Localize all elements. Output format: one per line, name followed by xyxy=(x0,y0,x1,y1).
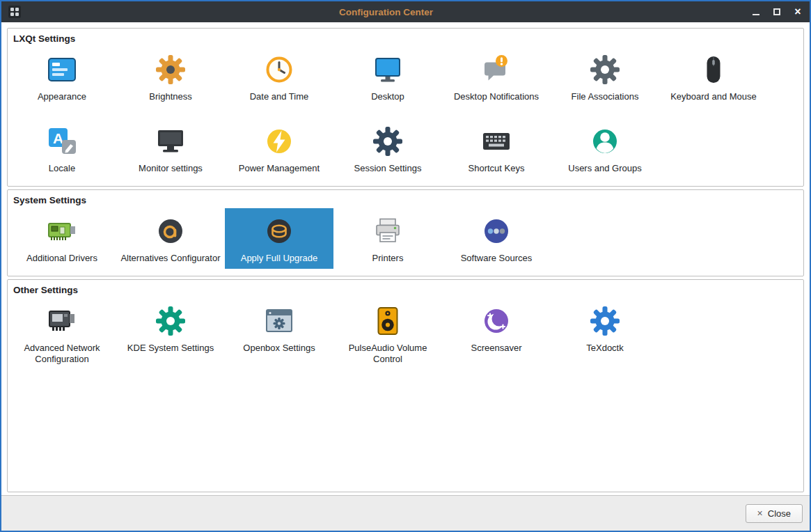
power-management-icon xyxy=(262,125,296,158)
session-settings-icon xyxy=(371,125,404,158)
settings-item-shortcut-keys[interactable]: Shortcut Keys xyxy=(442,118,551,179)
settings-item-label: Additional Drivers xyxy=(26,253,97,264)
printers-icon xyxy=(371,214,404,248)
settings-item-file-associations[interactable]: File Associations xyxy=(551,47,659,107)
settings-item-users-groups[interactable]: Users and Groups xyxy=(551,118,659,179)
date-time-icon xyxy=(262,53,296,86)
settings-item-date-time[interactable]: Date and Time xyxy=(225,47,333,107)
settings-item-additional-drivers[interactable]: Additional Drivers xyxy=(8,208,116,269)
settings-item-label: Monitor settings xyxy=(139,163,203,174)
maximize-button[interactable] xyxy=(772,6,782,17)
openbox-settings-icon xyxy=(262,304,296,338)
desktop-icon xyxy=(371,53,404,86)
settings-item-label: Date and Time xyxy=(250,91,309,102)
svg-text:A: A xyxy=(53,130,63,146)
apply-full-upgrade-icon xyxy=(262,214,296,248)
section-system-settings: System Settings Additional Drivers Alter… xyxy=(7,189,804,276)
settings-item-label: Power Management xyxy=(239,163,320,174)
section-title-lxqt-settings: LXQt Settings xyxy=(8,30,803,45)
settings-item-label: Session Settings xyxy=(354,163,422,174)
settings-item-label: Screensaver xyxy=(471,343,522,354)
section-other-settings: Other Settings Advanced Network Configur… xyxy=(7,279,804,492)
additional-drivers-icon xyxy=(45,214,79,248)
minimize-icon xyxy=(753,14,759,15)
footer-bar: × Close xyxy=(1,495,810,531)
settings-item-locale[interactable]: A Locale xyxy=(8,118,116,179)
settings-item-label: Desktop Notifications xyxy=(454,91,539,102)
settings-item-printers[interactable]: Printers xyxy=(333,208,442,269)
shortcut-keys-icon xyxy=(480,125,513,158)
maximize-icon xyxy=(773,8,780,15)
settings-item-apply-full-upgrade[interactable]: Apply Full Upgrade xyxy=(225,208,333,269)
settings-item-software-sources[interactable]: Software Sources xyxy=(442,208,551,269)
system-settings-grid: Additional Drivers Alternatives Configur… xyxy=(8,207,803,269)
settings-item-label: KDE System Settings xyxy=(127,343,214,354)
settings-item-brightness[interactable]: Brightness xyxy=(116,47,225,107)
window-controls: × xyxy=(751,6,803,17)
settings-item-label: Software Sources xyxy=(461,253,533,264)
section-title-other-settings: Other Settings xyxy=(8,281,803,297)
settings-item-label: Appearance xyxy=(38,91,86,102)
close-button[interactable]: × Close xyxy=(746,504,803,523)
section-title-system-settings: System Settings xyxy=(8,191,803,207)
window-title: Configuration Center xyxy=(21,7,751,17)
settings-item-label: Advanced Network Configuration xyxy=(11,343,113,365)
window-logo-icon xyxy=(8,6,21,18)
settings-item-label: File Associations xyxy=(572,91,639,102)
settings-item-kde-system-settings[interactable]: KDE System Settings xyxy=(116,298,225,359)
settings-item-desktop[interactable]: Desktop xyxy=(333,47,442,107)
settings-item-openbox-settings[interactable]: Openbox Settings xyxy=(225,298,333,359)
settings-item-session-settings[interactable]: Session Settings xyxy=(333,118,442,179)
appearance-icon xyxy=(45,53,79,86)
settings-item-screensaver[interactable]: Screensaver xyxy=(442,298,551,359)
settings-item-desktop-notifications[interactable]: Desktop Notifications xyxy=(442,47,551,107)
content-area: LXQt Settings Appearance Brightness Date… xyxy=(1,22,810,495)
titlebar[interactable]: Configuration Center × xyxy=(1,1,810,22)
screensaver-icon xyxy=(480,304,513,338)
texdoctk-icon xyxy=(588,304,622,338)
other-settings-grid: Advanced Network Configuration KDE Syste… xyxy=(8,297,803,370)
pulseaudio-volume-control-icon xyxy=(371,304,404,338)
settings-item-label: Printers xyxy=(372,253,404,264)
configuration-center-window: Configuration Center × LXQt Settings App… xyxy=(0,0,811,532)
settings-item-power-management[interactable]: Power Management xyxy=(225,118,333,179)
settings-item-advanced-network-configuration[interactable]: Advanced Network Configuration xyxy=(8,298,116,370)
settings-item-appearance[interactable]: Appearance xyxy=(8,47,116,107)
settings-item-alternatives-configurator[interactable]: Alternatives Configurator xyxy=(116,208,225,269)
settings-item-label: TeXdoctk xyxy=(586,343,623,354)
settings-item-monitor-settings[interactable]: Monitor settings xyxy=(116,118,225,179)
brightness-icon xyxy=(154,53,187,86)
file-associations-icon xyxy=(588,53,622,86)
desktop-notifications-icon xyxy=(480,53,513,86)
minimize-button[interactable] xyxy=(751,6,761,17)
settings-item-pulseaudio-volume-control[interactable]: PulseAudio Volume Control xyxy=(333,298,442,370)
close-window-button[interactable]: × xyxy=(793,6,803,17)
keyboard-mouse-icon xyxy=(697,53,730,86)
section-lxqt-settings: LXQt Settings Appearance Brightness Date… xyxy=(7,28,804,187)
kde-system-settings-icon xyxy=(154,304,187,338)
settings-item-label: Openbox Settings xyxy=(243,343,315,354)
close-x-icon: × xyxy=(757,508,763,518)
settings-item-keyboard-mouse[interactable]: Keyboard and Mouse xyxy=(659,47,768,107)
monitor-settings-icon xyxy=(154,125,187,158)
users-groups-icon xyxy=(588,125,622,158)
software-sources-icon xyxy=(480,214,513,248)
advanced-network-configuration-icon xyxy=(45,304,79,338)
settings-item-label: Users and Groups xyxy=(568,163,642,174)
settings-item-texdoctk[interactable]: TeXdoctk xyxy=(551,298,659,359)
close-button-label: Close xyxy=(768,508,791,519)
alternatives-configurator-icon xyxy=(154,214,187,248)
locale-icon: A xyxy=(45,125,79,158)
settings-item-label: Desktop xyxy=(371,91,404,102)
settings-item-label: Keyboard and Mouse xyxy=(670,91,757,102)
settings-item-label: Shortcut Keys xyxy=(469,163,525,174)
settings-item-label: Brightness xyxy=(149,91,191,102)
lxqt-settings-grid: Appearance Brightness Date and Time Desk… xyxy=(8,45,803,179)
settings-item-label: Apply Full Upgrade xyxy=(241,253,318,264)
settings-item-label: Locale xyxy=(49,163,75,174)
settings-item-label: PulseAudio Volume Control xyxy=(337,343,439,365)
settings-item-label: Alternatives Configurator xyxy=(120,253,220,264)
